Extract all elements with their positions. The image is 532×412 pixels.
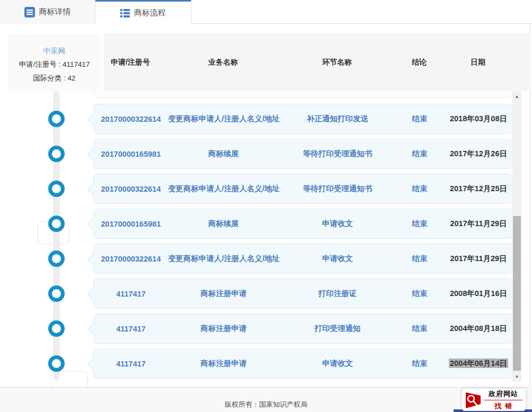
row-step: 等待打印受理通知书 [279, 149, 396, 159]
partial-row-above [93, 91, 513, 98]
badge-line1: 政府网站 [484, 389, 522, 400]
row-business: 商标续展 [168, 149, 279, 159]
badge-line2: 找错 [484, 401, 522, 411]
timeline-bar [53, 91, 60, 380]
row-result: 结束 [396, 289, 444, 299]
column-header-date: 日期 [443, 58, 513, 67]
timeline-node-circle[interactable] [48, 285, 65, 302]
tab-trademark-details[interactable]: 商标详情 [0, 0, 95, 24]
timeline-node-circle[interactable] [48, 111, 65, 127]
row-date-text: 2008年01月16日 [450, 289, 507, 298]
row-business: 商标续展 [168, 219, 279, 229]
column-header-result: 结论 [395, 58, 443, 67]
tab-label: 商标流程 [134, 8, 166, 18]
row-result: 结束 [396, 254, 444, 264]
trademark-flow-page: 商标详情 商标流程 中采网 申请/注册号 : 4117417 国际分类 : 42… [0, 0, 532, 412]
badge-text: 政府网站 找错 [484, 389, 522, 411]
page-footer: 版权所有：国家知识产权局 建议使用高版本浏览器及1024×768以上分辨率访问本… [0, 388, 532, 412]
flow-row[interactable]: 20170000322614 变更商标申请人/注册人名义/地址 补正通知打印发送… [93, 104, 513, 134]
row-date: 2004年08月18日 [444, 324, 513, 334]
flow-row[interactable]: 20170000322614 变更商标申请人/注册人名义/地址 等待打印受理通知… [93, 174, 513, 204]
column-header-step: 环节名称 [279, 58, 395, 67]
flow-row[interactable]: 20170000165981 商标续展 申请收文 结束 2017年11月29日 [93, 209, 513, 239]
scrollbar-thumb[interactable] [513, 216, 521, 371]
row-business: 变更商标申请人/注册人名义/地址 [168, 254, 279, 264]
timeline-node-circle[interactable] [48, 181, 65, 197]
row-result: 结束 [396, 184, 444, 194]
scrollbar-up-arrow[interactable]: ▲ [512, 92, 521, 101]
row-date: 2008年01月16日 [444, 289, 513, 299]
row-business: 商标注册申请 [168, 359, 279, 369]
row-date: 2017年11月29日 [444, 219, 513, 229]
list-icon [120, 9, 130, 17]
tab-bar: 商标详情 商标流程 [0, 0, 532, 24]
row-application-no: 4117417 [94, 360, 168, 368]
row-result: 结束 [396, 324, 444, 334]
row-step: 打印注册证 [279, 289, 396, 299]
row-date: 2017年12月26日 [444, 149, 513, 159]
row-application-no: 20170000165981 [94, 220, 168, 228]
flow-row[interactable]: 4117417 商标注册申请 申请收文 结束 2004年06月14日 [93, 348, 513, 379]
row-date: 2004年06月14日 [444, 359, 513, 369]
row-business: 变更商标申请人/注册人名义/地址 [168, 184, 279, 194]
row-step: 等待打印受理通知书 [279, 184, 396, 194]
row-application-no: 4117417 [94, 290, 168, 298]
row-date-text: 2017年12月25日 [450, 184, 507, 193]
row-application-no: 20170000322614 [94, 115, 168, 123]
row-business: 变更商标申请人/注册人名义/地址 [168, 114, 279, 124]
timeline-node-circle[interactable] [48, 320, 65, 337]
row-date: 2018年03月08日 [444, 114, 513, 124]
column-header-business: 业务名称 [167, 58, 279, 67]
row-business: 商标注册申请 [168, 324, 279, 334]
trademark-name[interactable]: 中采网 [7, 44, 101, 58]
document-list-icon [24, 7, 35, 17]
vertical-scrollbar[interactable]: ▲ ▼ [512, 91, 521, 382]
row-date-text: 2018年03月08日 [450, 114, 507, 123]
row-result: 结束 [396, 219, 444, 229]
timeline-node-circle[interactable] [48, 216, 65, 232]
flow-row[interactable]: 20170000165981 商标续展 等待打印受理通知书 结束 2017年12… [93, 139, 513, 169]
row-step: 打印受理通知 [279, 324, 396, 334]
table-header-row: 申请/注册号 业务名称 环节名称 结论 日期 [93, 33, 513, 91]
copyright-text: 版权所有：国家知识产权局 [0, 388, 532, 409]
row-step: 申请收文 [279, 359, 396, 369]
gov-site-error-report-badge[interactable]: 政府网站 找错 [462, 389, 526, 411]
row-result: 结束 [396, 149, 444, 159]
row-business: 商标注册申请 [168, 289, 279, 299]
row-result: 结束 [396, 114, 444, 124]
column-header-application-no: 申请/注册号 [93, 58, 167, 67]
row-date: 2017年11月29日 [444, 254, 513, 264]
timeline-node-circle[interactable] [48, 146, 65, 162]
tab-label: 商标详情 [39, 7, 71, 17]
flow-row[interactable]: 20170000322614 变更商标申请人/注册人名义/地址 申请收文 结束 … [93, 244, 513, 274]
row-date: 2017年12月25日 [444, 184, 513, 194]
timeline-node-circle[interactable] [48, 355, 65, 372]
row-step: 申请收文 [279, 219, 396, 229]
row-application-no: 20170000322614 [94, 255, 168, 263]
row-application-no: 20170000165981 [94, 150, 168, 158]
intl-class-label: 国际分类 : 42 [7, 71, 101, 85]
row-date-text: 2017年11月29日 [450, 219, 507, 228]
row-date-text: 2004年08月18日 [450, 324, 507, 333]
trademark-info-box: 中采网 申请/注册号 : 4117417 国际分类 : 42 [7, 34, 101, 91]
tab-trademark-flow[interactable]: 商标流程 [95, 0, 191, 24]
flow-row[interactable]: 4117417 商标注册申请 打印受理通知 结束 2004年08月18日 [93, 314, 513, 344]
row-application-no: 4117417 [94, 325, 168, 333]
flow-scroll-area: 20170000322614 变更商标申请人/注册人名义/地址 补正通知打印发送… [0, 91, 530, 387]
application-number-label: 申请/注册号 : 4117417 [7, 58, 101, 71]
scrollbar-down-arrow[interactable]: ▼ [512, 372, 521, 381]
row-step: 补正通知打印发送 [279, 114, 396, 124]
row-date-text: 2004年06月14日 [449, 359, 508, 368]
row-date-text: 2017年12月26日 [450, 149, 507, 158]
magnifier-flag-icon [465, 391, 481, 409]
row-application-no: 20170000322614 [94, 185, 168, 193]
row-date-text: 2017年11月29日 [450, 254, 507, 263]
flow-rows: 20170000322614 变更商标申请人/注册人名义/地址 补正通知打印发送… [93, 91, 513, 383]
row-result: 结束 [396, 359, 444, 369]
flow-row[interactable]: 4117417 商标注册申请 打印注册证 结束 2008年01月16日 [93, 279, 513, 309]
flow-panel: 中采网 申请/注册号 : 4117417 国际分类 : 42 申请/注册号 业务… [0, 24, 530, 388]
timeline-node-circle[interactable] [48, 250, 65, 267]
row-step: 申请收文 [279, 254, 396, 264]
